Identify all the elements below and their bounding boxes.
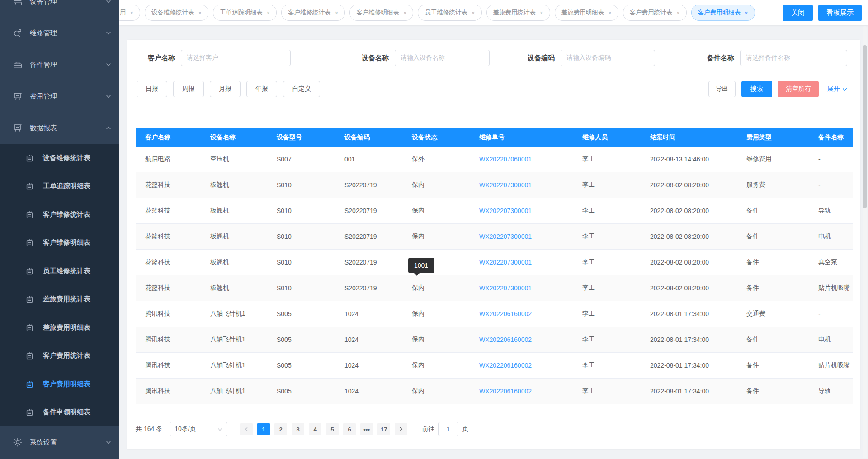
sidebar-subitem-客户费用明细表[interactable]: 客户费用明细表 <box>0 370 119 398</box>
filter-group-客户名称: 客户名称请选择客户 <box>148 50 291 66</box>
sidebar-subitem-差旅费用明细表[interactable]: 差旅费用明细表 <box>0 313 119 342</box>
sidebar-subitem-设备维修统计表[interactable]: 设备维修统计表 <box>0 144 119 172</box>
goto-page-input[interactable] <box>438 422 458 436</box>
work-order-link[interactable]: WX202206160002 <box>479 388 532 395</box>
work-order-link[interactable]: WX202207300001 <box>479 259 532 266</box>
work-order-link[interactable]: WX202206160002 <box>479 310 532 317</box>
work-order-link[interactable]: WX202207300001 <box>479 233 532 240</box>
close-icon[interactable]: × <box>540 10 543 16</box>
column-header-设备编码: 设备编码 <box>335 128 402 147</box>
sidebar-subitem-客户维修明细表[interactable]: 客户维修明细表 <box>0 229 119 257</box>
cell-费用类型: 备件 <box>737 353 809 379</box>
search-button[interactable]: 搜索 <box>741 81 772 97</box>
export-button[interactable]: 导出 <box>708 81 736 97</box>
prev-page-button[interactable] <box>240 423 253 435</box>
tab-客户维修统计表[interactable]: 客户维修统计表× <box>281 5 345 21</box>
expand-button[interactable]: 展开 <box>825 85 850 94</box>
range-button-周报[interactable]: 周报 <box>173 81 204 97</box>
report-submenu: 设备维修统计表工单追踪明细表客户维修统计表客户维修明细表员工维修统计表差旅费用统… <box>0 144 119 426</box>
sidebar-subitem-客户费用统计表[interactable]: 客户费用统计表 <box>0 342 119 370</box>
cell-费用类型: 备件 <box>737 198 809 224</box>
range-button-日报[interactable]: 日报 <box>137 81 167 97</box>
cell-设备编码: S20220719 <box>335 224 402 250</box>
tab-工单追踪明细表[interactable]: 工单追踪明细表× <box>213 5 277 21</box>
tab-partial[interactable]: 用 × <box>119 5 140 21</box>
sidebar-subitem-label: 差旅费用统计表 <box>43 295 90 303</box>
sidebar-subitem-客户维修统计表[interactable]: 客户维修统计表 <box>0 200 119 229</box>
tab-差旅费用统计表[interactable]: 差旅费用统计表× <box>486 5 550 21</box>
work-order-link[interactable]: WX202207300001 <box>479 284 532 292</box>
tab-员工维修统计表[interactable]: 员工维修统计表× <box>418 5 481 21</box>
sidebar-item-数据报表[interactable]: 数据报表 <box>0 112 119 144</box>
close-icon[interactable]: × <box>745 10 748 16</box>
page-button-5[interactable]: 5 <box>326 423 339 435</box>
page-button-1[interactable]: 1 <box>257 423 270 435</box>
sidebar-item-费用管理[interactable]: 费用管理 <box>0 80 119 112</box>
customer-name-select[interactable]: 请选择客户 <box>181 50 291 66</box>
sidebar-item-备件管理[interactable]: 备件管理 <box>0 49 119 80</box>
cell-设备状态: 保内 <box>402 198 470 224</box>
clear-all-button[interactable]: 清空所有 <box>778 81 819 97</box>
cell-设备型号: S010 <box>267 198 335 224</box>
expense-board-icon <box>13 91 23 101</box>
close-icon[interactable]: × <box>267 10 270 16</box>
sidebar-subitem-员工维修统计表[interactable]: 员工维修统计表 <box>0 257 119 285</box>
part-name-select[interactable]: 请选择备件名称 <box>740 50 847 66</box>
range-button-自定义[interactable]: 自定义 <box>283 81 320 97</box>
close-icon[interactable]: × <box>403 10 407 16</box>
notebook-icon <box>25 182 34 190</box>
work-order-link[interactable]: WX202207060001 <box>479 156 532 163</box>
scrollbar-thumb[interactable] <box>863 45 867 208</box>
board-display-button[interactable]: 看板展示 <box>818 5 862 21</box>
cell-客户名称: 花篮科技 <box>136 172 201 198</box>
close-icon[interactable]: × <box>198 10 202 16</box>
work-order-link[interactable]: WX202207300001 <box>479 207 532 214</box>
tab-设备维修统计表[interactable]: 设备维修统计表× <box>145 5 208 21</box>
work-order-link[interactable]: WX202206160002 <box>479 362 532 369</box>
sidebar-item-维修管理[interactable]: 维修管理 <box>0 17 119 49</box>
device-code-input[interactable]: 请输入设备编码 <box>561 50 655 66</box>
more-pages-button[interactable]: ••• <box>360 423 373 435</box>
close-icon[interactable]: × <box>676 10 680 16</box>
next-page-button[interactable] <box>395 423 407 435</box>
table-row: 航启电路空压机S007001保外WX202207060001李工2022-08-… <box>136 147 853 172</box>
sidebar-subitem-工单追踪明细表[interactable]: 工单追踪明细表 <box>0 172 119 201</box>
sidebar-subitem-label: 备件申领明细表 <box>43 408 90 416</box>
sidebar-item-系统设置[interactable]: 系统设置 <box>0 426 119 458</box>
page-button-4[interactable]: 4 <box>309 423 321 435</box>
page-size-select[interactable]: 10条/页 <box>170 422 227 436</box>
table-row: 花篮科技板翘机S010S20220719保内WX202207300001李工20… <box>136 250 853 275</box>
tab-客户费用明细表[interactable]: 客户费用明细表× <box>691 5 755 21</box>
close-button[interactable]: 关闭 <box>783 5 813 21</box>
device-name-input[interactable]: 请输入设备名称 <box>395 50 490 66</box>
page-button-17[interactable]: 17 <box>377 423 390 435</box>
close-icon[interactable]: × <box>335 10 339 16</box>
page-button-2[interactable]: 2 <box>274 423 287 435</box>
page-button-6[interactable]: 6 <box>343 423 356 435</box>
tab-label: 差旅费用明细表 <box>561 9 604 17</box>
work-order-link[interactable]: WX202206160002 <box>479 336 532 343</box>
notebook-icon <box>25 408 34 416</box>
sidebar-subitem-备件申领明细表[interactable]: 备件申领明细表 <box>0 398 119 427</box>
tab-客户维修明细表[interactable]: 客户维修明细表× <box>349 5 413 21</box>
page-button-3[interactable]: 3 <box>292 423 304 435</box>
work-order-link[interactable]: WX202207300001 <box>479 181 532 189</box>
goto-page: 前往 页 <box>422 422 468 436</box>
tab-bar: 用 × 设备维修统计表×工单追踪明细表×客户维修统计表×客户维修明细表×员工维修… <box>119 0 868 25</box>
cell-设备名称: 空压机 <box>201 147 267 172</box>
cell-结案时间: 2022-08-01 17:34:00 <box>641 301 737 327</box>
column-header-维修单号: 维修单号 <box>470 128 573 147</box>
sidebar-item-设备管理[interactable]: 设备管理 <box>0 0 119 17</box>
tab-客户费用统计表[interactable]: 客户费用统计表× <box>623 5 687 21</box>
range-button-年报[interactable]: 年报 <box>246 81 277 97</box>
cell-维修单号: WX202206160002 <box>470 301 573 327</box>
cell-设备编码: 1024 <box>335 301 402 327</box>
close-icon[interactable]: × <box>608 10 612 16</box>
close-icon[interactable]: × <box>130 10 134 16</box>
tab-差旅费用明细表[interactable]: 差旅费用明细表× <box>555 5 618 21</box>
sidebar-subitem-差旅费用统计表[interactable]: 差旅费用统计表 <box>0 285 119 314</box>
cell-客户名称: 腾讯科技 <box>136 301 201 327</box>
close-icon[interactable]: × <box>472 10 475 16</box>
cell-设备编码: S20220719 <box>335 250 402 275</box>
range-button-月报[interactable]: 月报 <box>210 81 241 97</box>
